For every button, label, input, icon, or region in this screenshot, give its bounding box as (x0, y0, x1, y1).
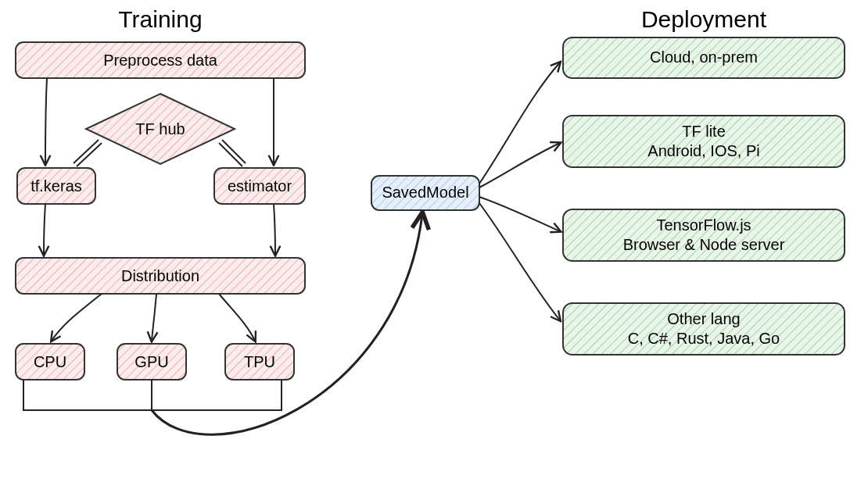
cloud-box: Cloud, on-prem (563, 38, 845, 78)
gpu-box: GPU (117, 344, 186, 380)
distribution-box: Distribution (16, 258, 305, 294)
deployment-heading: Deployment (641, 6, 767, 32)
savedmodel-label: SavedModel (382, 184, 468, 201)
tflite-label-2: Android, IOS, Pi (647, 142, 759, 159)
other-label-1: Other lang (667, 310, 740, 327)
other-label-2: C, C#, Rust, Java, Go (628, 330, 780, 347)
tflite-label-1: TF lite (682, 123, 726, 140)
other-box: Other lang C, C#, Rust, Java, Go (563, 303, 845, 355)
connectors (23, 63, 560, 434)
cpu-label: CPU (34, 353, 66, 370)
training-heading: Training (118, 6, 202, 32)
tfjs-box: TensorFlow.js Browser & Node server (563, 209, 845, 261)
cpu-box: CPU (16, 344, 84, 380)
preprocess-label: Preprocess data (103, 52, 218, 69)
estimator-box: estimator (214, 168, 305, 204)
tfhub-diamond: TF hub (86, 94, 235, 164)
tpu-box: TPU (225, 344, 294, 380)
tpu-label: TPU (244, 353, 275, 370)
estimator-label: estimator (228, 177, 292, 195)
tfkeras-label: tf.keras (30, 177, 82, 195)
distribution-label: Distribution (121, 267, 199, 284)
tfhub-label: TF hub (135, 120, 185, 138)
tflite-box: TF lite Android, IOS, Pi (563, 116, 845, 167)
tfjs-label-2: Browser & Node server (623, 236, 785, 253)
tfkeras-box: tf.keras (17, 168, 95, 204)
diagram-canvas: Training Deployment Preprocess data TF h… (0, 0, 868, 493)
savedmodel-box: SavedModel (371, 176, 479, 210)
cloud-label: Cloud, on-prem (650, 48, 758, 66)
gpu-label: GPU (135, 353, 168, 370)
preprocess-box: Preprocess data (16, 42, 305, 78)
tfjs-label-1: TensorFlow.js (656, 216, 751, 234)
